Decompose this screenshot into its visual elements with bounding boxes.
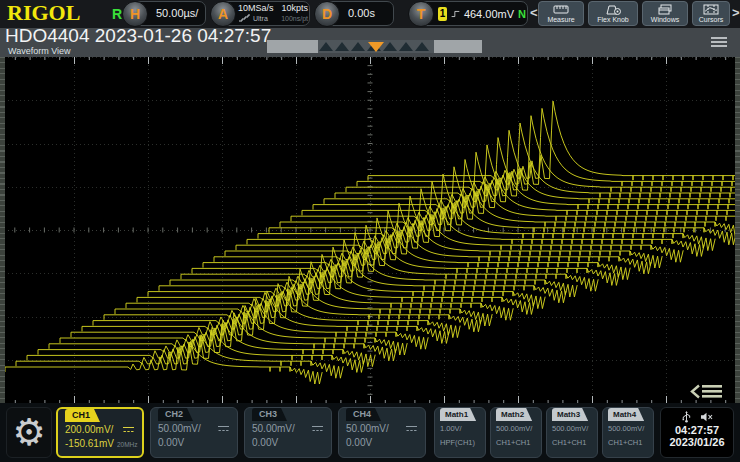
stair-step-icon <box>238 14 251 22</box>
channel-box-ch2[interactable]: CH2 50.00mV/ 0.00V <box>150 407 238 458</box>
menu-expand-icon[interactable] <box>690 384 728 399</box>
math3-tab: Math3 <box>552 408 588 421</box>
math-box-math1[interactable]: Math1 1.00V/ HPF(CH1) <box>434 407 486 458</box>
gear-icon: ⚙ <box>12 414 45 451</box>
sample-rate: 10MSa/s <box>238 3 274 13</box>
delay-knob[interactable]: D <box>314 1 340 27</box>
channel-box-ch1[interactable]: CH1 200.00mV/ -150.61mV 20MHz <box>56 407 144 458</box>
cursors-icon <box>703 4 719 15</box>
math-box-math3[interactable]: Math3 500.00mV/ CH1+CH1 <box>546 407 598 458</box>
ch1-tab: CH1 <box>65 409 100 422</box>
math4-expression: CH1+CH1 <box>603 438 653 447</box>
windows-label: Windows <box>651 16 679 23</box>
trigger-mode: N <box>518 8 526 20</box>
math1-tab: Math1 <box>440 408 476 421</box>
trigger-position-block-right <box>434 40 482 53</box>
measure-label: Measure <box>547 16 574 23</box>
math4-tab: Math4 <box>608 408 644 421</box>
trigger-position-block-left <box>267 40 318 53</box>
knob-icon <box>605 4 622 15</box>
math2-scale: 500.00mV/ <box>491 424 541 433</box>
math2-expression: CH1+CH1 <box>491 438 541 447</box>
rigol-logo: RIGOL <box>7 0 80 26</box>
channel-box-ch4[interactable]: CH4 50.00mV/ 0.00V <box>338 407 426 458</box>
toolbar-next-arrow[interactable]: > <box>732 5 740 20</box>
sample-interval: 100ns/pt <box>281 15 308 22</box>
channel-box-ch3[interactable]: CH3 50.00mV/ 0.00V <box>244 407 332 458</box>
trigger-group[interactable]: T 1 464.00mV N <box>408 1 528 27</box>
waveform-canvas[interactable] <box>0 57 740 403</box>
ch3-dc-coupling-icon <box>311 424 324 433</box>
right-scale-strip[interactable] <box>735 57 740 403</box>
ch3-tab: CH3 <box>252 408 287 421</box>
math-box-math2[interactable]: Math2 500.00mV/ CH1+CH1 <box>490 407 542 458</box>
ruler-icon <box>553 4 569 15</box>
horizontal-scale: 50.00µs/ <box>156 7 198 19</box>
math2-tab: Math2 <box>496 408 532 421</box>
acquisition-knob[interactable]: A <box>210 1 236 27</box>
ch4-offset: 0.00V <box>346 437 372 448</box>
ch1-bandwidth: 20MHz <box>117 441 138 448</box>
math3-expression: CH1+CH1 <box>547 438 597 447</box>
measure-button[interactable]: Measure <box>538 1 584 26</box>
settings-gear-button[interactable]: ⚙ <box>6 407 52 458</box>
usb-icon <box>681 411 692 423</box>
left-scale-strip[interactable] <box>0 57 5 403</box>
delay-value: 0.00s <box>348 7 375 19</box>
ch4-scale: 50.00mV/ <box>346 423 389 434</box>
clock-date: 2023/01/26 <box>661 436 733 448</box>
ch3-scale: 50.00mV/ <box>252 423 295 434</box>
horizontal-knob[interactable]: H <box>122 1 148 27</box>
waveform-display[interactable] <box>0 57 740 403</box>
top-bar: RIGOL RUN H 50.00µs/ A 10MSa/s Ultra 10k… <box>0 0 740 28</box>
clock-box[interactable]: 04:27:57 2023/01/26 <box>660 407 734 458</box>
trigger-source-badge: 1 <box>438 7 447 21</box>
ch4-tab: CH4 <box>346 408 381 421</box>
ch1-dc-coupling-icon <box>122 425 135 434</box>
trigger-position-zigzag <box>318 40 434 53</box>
ch2-offset: 0.00V <box>158 437 184 448</box>
trigger-position-indicator[interactable] <box>267 40 482 53</box>
waveform-view-label: Waveform View <box>8 46 71 56</box>
memory-depth: 10kpts <box>281 3 308 13</box>
bottom-bar: ⚙ CH1 200.00mV/ -150.61mV 20MHz CH2 50.0… <box>0 403 740 462</box>
delay-group[interactable]: D 0.00s <box>314 1 394 27</box>
oscilloscope-screen: RIGOL RUN H 50.00µs/ A 10MSa/s Ultra 10k… <box>0 0 740 462</box>
rising-edge-icon <box>451 8 460 20</box>
flex-knob-label: Flex Knob <box>597 16 629 23</box>
clock-time: 04:27:57 <box>661 424 733 436</box>
ch3-offset: 0.00V <box>252 437 278 448</box>
ch2-scale: 50.00mV/ <box>158 423 201 434</box>
ch2-dc-coupling-icon <box>217 424 230 433</box>
trigger-knob[interactable]: T <box>408 1 434 27</box>
ch1-scale: 200.00mV/ <box>65 424 113 435</box>
flex-knob-button[interactable]: Flex Knob <box>588 1 638 26</box>
trigger-level: 464.00mV <box>464 8 514 20</box>
acquire-mode: Ultra <box>253 15 268 22</box>
cursors-label: Cursors <box>699 16 724 23</box>
math4-scale: 500.00mV/ <box>603 424 653 433</box>
device-title: HDO4404 2023-01-26 04:27:57 <box>5 25 271 47</box>
ch2-tab: CH2 <box>158 408 193 421</box>
math3-scale: 500.00mV/ <box>547 424 597 433</box>
title-bar: HDO4404 2023-01-26 04:27:57 Waveform Vie… <box>0 28 740 57</box>
ch4-dc-coupling-icon <box>405 424 418 433</box>
toolbar-prev-arrow[interactable]: < <box>530 5 538 20</box>
ch1-offset: -150.61mV <box>65 438 114 449</box>
windows-icon <box>658 4 673 15</box>
acquisition-group[interactable]: A 10MSa/s Ultra 10kpts 100ns/pt <box>210 1 310 27</box>
horizontal-group[interactable]: H 50.00µs/ <box>122 1 206 27</box>
math1-scale: 1.00V/ <box>435 424 485 433</box>
speaker-muted-icon <box>700 412 713 422</box>
math1-expression: HPF(CH1) <box>435 438 485 447</box>
menu-hamburger-icon[interactable] <box>711 37 727 47</box>
cursors-button[interactable]: Cursors <box>692 1 730 26</box>
windows-button[interactable]: Windows <box>642 1 688 26</box>
math-box-math4[interactable]: Math4 500.00mV/ CH1+CH1 <box>602 407 654 458</box>
